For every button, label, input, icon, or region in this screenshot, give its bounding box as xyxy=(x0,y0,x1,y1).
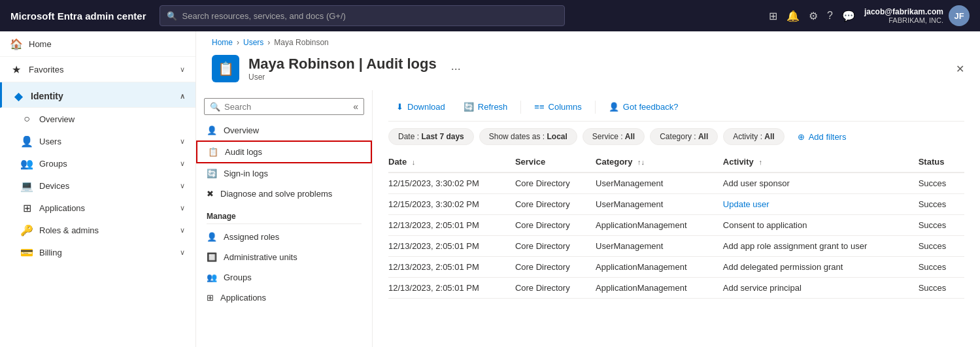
sub-nav-search-container[interactable]: 🔍 « xyxy=(204,98,364,115)
assigned-roles-icon: 👤 xyxy=(207,232,217,242)
sub-nav-item-diagnose[interactable]: ✖ Diagnose and solve problems xyxy=(196,184,372,204)
page-header: 📋 Maya Robinson | Audit logs User ··· ✕ xyxy=(196,50,980,90)
chevron-down-icon: ∨ xyxy=(180,204,185,212)
collapse-icon[interactable]: « xyxy=(353,101,358,112)
main-inner: 🔍 « 👤 Overview 📋 Audit logs 🔄 Sign-in lo… xyxy=(196,90,980,347)
activity-filter-chip[interactable]: Activity : All xyxy=(723,128,784,145)
category-filter-chip[interactable]: Category : All xyxy=(650,128,718,145)
columns-button[interactable]: ≡≡ Columns xyxy=(526,98,589,116)
sidebar-item-devices[interactable]: 💻 Devices ∨ xyxy=(0,174,195,197)
sidebar-item-billing[interactable]: 💳 Billing ∨ xyxy=(0,241,195,263)
cell-service: Core Directory xyxy=(515,257,596,278)
roles-icon: 🔑 xyxy=(21,224,33,236)
col-status[interactable]: Status xyxy=(919,152,964,173)
date-filter-chip[interactable]: Date : Last 7 days xyxy=(388,128,474,145)
cell-activity: Add service principal xyxy=(723,278,919,299)
feedback-icon[interactable]: 💬 xyxy=(842,10,855,22)
page-header-text: Maya Robinson | Audit logs User xyxy=(248,56,437,82)
settings-icon[interactable]: ⚙ xyxy=(809,10,818,22)
app-name: Microsoft Entra admin center xyxy=(10,10,146,22)
search-bar[interactable]: 🔍 Search resources, services, and docs (… xyxy=(160,5,565,26)
admin-units-icon: 🔲 xyxy=(207,252,217,262)
add-filter-label: Add filters xyxy=(809,132,847,142)
sub-nav-item-admin-units[interactable]: 🔲 Administrative units xyxy=(196,247,372,267)
col-category[interactable]: Category ↑↓ xyxy=(596,152,723,173)
refresh-button[interactable]: 🔄 Refresh xyxy=(456,98,516,116)
show-dates-value: Local xyxy=(547,132,567,141)
cell-date: 12/13/2023, 2:05:01 PM xyxy=(388,215,515,236)
feedback-button[interactable]: 👤 Got feedback? xyxy=(601,98,686,116)
cell-status: Succes xyxy=(919,173,964,194)
cell-status: Succes xyxy=(919,278,964,299)
sub-nav-item-applications[interactable]: ⊞ Applications xyxy=(196,288,372,308)
sub-nav-label-admin-units: Administrative units xyxy=(224,252,297,262)
overview-nav-icon: 👤 xyxy=(207,125,217,135)
help-icon[interactable]: ? xyxy=(827,10,833,22)
sub-nav-item-sign-in[interactable]: 🔄 Sign-in logs xyxy=(196,163,372,184)
notification-icon[interactable]: 🔔 xyxy=(786,10,800,22)
sidebar-item-favorites[interactable]: ★ Favorites ∨ xyxy=(0,57,195,82)
sidebar-item-home[interactable]: 🏠 Home xyxy=(0,31,195,57)
sub-nav-item-overview[interactable]: 👤 Overview xyxy=(196,120,372,140)
sidebar-item-overview[interactable]: ○ Overview xyxy=(0,108,195,130)
sidebar-label-applications: Applications xyxy=(39,203,85,213)
table-row: 12/13/2023, 2:05:01 PMCore DirectoryAppl… xyxy=(388,215,964,236)
sort-icon-category: ↑↓ xyxy=(637,158,645,166)
sidebar-item-groups[interactable]: 👥 Groups ∨ xyxy=(0,152,195,174)
applications-nav-icon: ⊞ xyxy=(207,293,214,303)
close-icon[interactable]: ✕ xyxy=(956,63,964,75)
manage-section-label: Manage xyxy=(196,204,372,223)
search-placeholder: Search resources, services, and docs (G+… xyxy=(182,11,346,21)
sub-nav-label-sign-in: Sign-in logs xyxy=(224,169,268,178)
sub-nav-item-assigned-roles[interactable]: 👤 Assigned roles xyxy=(196,227,372,247)
avatar[interactable]: JF xyxy=(949,5,970,26)
cell-category: ApplicationManagement xyxy=(596,257,723,278)
show-dates-label: Show dates as xyxy=(489,132,541,141)
chevron-down-icon: ∨ xyxy=(180,65,185,74)
sidebar-item-users[interactable]: 👤 Users ∨ xyxy=(0,130,195,152)
breadcrumb-users[interactable]: Users xyxy=(243,38,263,47)
sidebar-label-devices: Devices xyxy=(39,181,69,191)
sidebar-label-home: Home xyxy=(29,39,52,49)
groups-nav-icon: 👥 xyxy=(207,273,217,282)
sub-nav-search-input[interactable] xyxy=(224,102,346,112)
cell-activity[interactable]: Update user xyxy=(723,194,919,215)
user-info[interactable]: jacob@fabrikam.com FABRIKAM, INC. JF xyxy=(864,5,970,26)
download-button[interactable]: ⬇ Download xyxy=(388,98,453,116)
overview-icon: ○ xyxy=(21,113,33,125)
cell-category: ApplicationManagement xyxy=(596,215,723,236)
search-icon: 🔍 xyxy=(167,11,177,21)
portal-icon[interactable]: ⊞ xyxy=(769,10,777,22)
topbar-icons: ⊞ 🔔 ⚙ ? 💬 jacob@fabrikam.com FABRIKAM, I… xyxy=(769,5,970,26)
breadcrumb-home[interactable]: Home xyxy=(212,38,233,47)
breadcrumb-sep1: › xyxy=(237,38,239,47)
sidebar-label-billing: Billing xyxy=(39,248,62,257)
cell-activity: Add app role assignment grant to user xyxy=(723,236,919,257)
sidebar-item-applications[interactable]: ⊞ Applications ∨ xyxy=(0,197,195,219)
sign-in-icon: 🔄 xyxy=(207,169,217,178)
col-service[interactable]: Service xyxy=(515,152,596,173)
sub-nav-item-audit-logs[interactable]: 📋 Audit logs xyxy=(196,140,372,163)
service-filter-chip[interactable]: Service : All xyxy=(583,128,645,145)
add-filter-button[interactable]: ⊕ Add filters xyxy=(790,129,854,145)
download-label: Download xyxy=(407,102,445,112)
groups-icon: 👥 xyxy=(21,157,33,169)
sidebar-item-roles[interactable]: 🔑 Roles & admins ∨ xyxy=(0,219,195,241)
breadcrumb: Home › Users › Maya Robinson xyxy=(196,31,980,50)
col-activity[interactable]: Activity ↑ xyxy=(723,152,919,173)
toolbar-divider-1 xyxy=(520,101,521,114)
sub-nav-item-groups[interactable]: 👥 Groups xyxy=(196,267,372,288)
table-row: 12/15/2023, 3:30:02 PMCore DirectoryUser… xyxy=(388,194,964,215)
show-dates-filter-chip[interactable]: Show dates as : Local xyxy=(479,128,577,145)
cell-date: 12/13/2023, 2:05:01 PM xyxy=(388,278,515,299)
sidebar-label-identity: Identity xyxy=(31,91,63,101)
cell-category: UserManagement xyxy=(596,173,723,194)
audit-table: Date ↓ Service Category ↑↓ Act xyxy=(388,152,964,299)
cell-activity: Add user sponsor xyxy=(723,173,919,194)
sub-nav-label-applications: Applications xyxy=(220,293,266,303)
sort-icon-date: ↓ xyxy=(412,158,416,166)
more-options-icon[interactable]: ··· xyxy=(451,62,461,76)
feedback-label: Got feedback? xyxy=(623,102,679,112)
sidebar-item-identity[interactable]: ◆ Identity ∧ xyxy=(0,82,195,108)
col-date[interactable]: Date ↓ xyxy=(388,152,515,173)
